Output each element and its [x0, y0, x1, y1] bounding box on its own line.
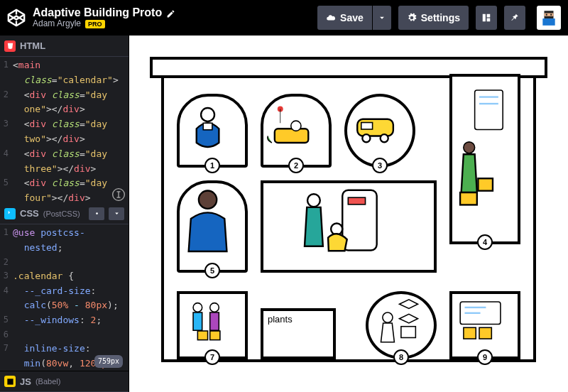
illustration-person-back [180, 183, 236, 258]
svg-rect-7 [542, 18, 555, 26]
svg-rect-30 [478, 178, 493, 190]
illustration-two-people-boxes [180, 294, 236, 348]
cloud-icon [326, 13, 336, 23]
illustration-sofa [263, 97, 320, 156]
svg-rect-2 [487, 18, 491, 22]
window-badge: 3 [372, 158, 388, 173]
svg-rect-23 [348, 197, 365, 205]
codepen-logo-icon [7, 9, 26, 27]
layout-button[interactable] [476, 6, 497, 30]
html-panel-header[interactable]: HTML [0, 36, 129, 57]
save-button[interactable]: Save [317, 6, 372, 30]
css-editor[interactable]: 1@use postcss- nested;23.calendar {4 --_… [0, 224, 129, 371]
svg-rect-39 [401, 327, 415, 338]
svg-point-38 [383, 312, 393, 322]
save-label: Save [340, 12, 364, 23]
svg-point-21 [199, 191, 217, 209]
css-settings-button[interactable] [89, 207, 104, 220]
window-7: 7 [177, 291, 248, 359]
svg-point-32 [193, 303, 202, 312]
author-name[interactable]: Adam Argyle [33, 19, 81, 29]
js-badge-icon [4, 376, 16, 387]
svg-rect-35 [210, 312, 219, 330]
svg-point-29 [464, 142, 475, 153]
svg-rect-12 [203, 123, 212, 129]
window-badge: 7 [204, 349, 220, 365]
svg-rect-18 [361, 123, 373, 129]
settings-label: Settings [421, 12, 460, 23]
app-header: Adaptive Building Proto Adam Argyle PRO … [0, 0, 568, 36]
width-badge: 759px [94, 355, 123, 368]
window-badge: 2 [288, 158, 304, 173]
html-editor[interactable]: 1<main class="calendar">2 <div class="da… [0, 57, 129, 203]
pro-badge: PRO [85, 20, 105, 28]
js-panel-sub: (Babel) [36, 377, 60, 386]
svg-rect-31 [460, 192, 477, 205]
chevron-down-icon [113, 209, 121, 217]
html-badge-icon [4, 40, 16, 52]
building-output: 1 2 3 [150, 57, 547, 392]
svg-rect-43 [464, 327, 476, 339]
js-panel-header[interactable]: JS (Babel) [0, 371, 129, 392]
layout-icon [481, 13, 491, 23]
svg-rect-5 [546, 14, 547, 16]
svg-point-16 [291, 121, 301, 131]
gear-icon [93, 209, 101, 217]
svg-rect-0 [483, 14, 486, 22]
illustration-isometric [368, 294, 425, 348]
svg-rect-15 [275, 129, 308, 143]
css-panel-header[interactable]: CSS (PostCSS) [0, 203, 129, 224]
settings-button[interactable]: Settings [398, 6, 469, 30]
pen-title[interactable]: Adaptive Building Proto [33, 6, 162, 19]
css-panel-sub: (PostCSS) [43, 209, 80, 218]
gear-icon [407, 13, 417, 23]
window-9: 9 [449, 291, 520, 359]
title-block: Adaptive Building Proto Adam Argyle PRO [33, 6, 175, 29]
svg-rect-37 [210, 331, 220, 340]
css-dropdown-button[interactable] [109, 207, 124, 220]
illustration-person-reading [180, 97, 236, 156]
edit-title-icon[interactable] [166, 9, 175, 18]
illustration-worker-boxes [452, 77, 508, 219]
building-row-2: 5 [177, 180, 520, 273]
plants-box: plants [261, 308, 336, 359]
svg-rect-36 [197, 331, 207, 340]
window-2: 2 [261, 94, 332, 168]
window-badge: 1 [204, 158, 220, 173]
illustration-phone-people [263, 183, 410, 258]
css-badge-icon [4, 208, 16, 219]
svg-rect-10 [7, 379, 13, 384]
svg-point-9 [96, 212, 98, 214]
svg-rect-4 [545, 13, 554, 16]
svg-rect-44 [479, 327, 491, 339]
window-5: 5 [177, 180, 248, 273]
window-badge: 4 [477, 234, 493, 250]
window-badge: 9 [477, 349, 493, 365]
pin-button[interactable] [504, 6, 525, 30]
pin-icon [510, 13, 520, 23]
window-badge: 8 [393, 349, 409, 365]
svg-point-19 [362, 134, 370, 142]
building-row-3: 7 plants 8 9 [177, 291, 520, 359]
editor-column: HTML 1<main class="calendar">2 <div clas… [0, 36, 129, 392]
window-badge: 5 [204, 263, 220, 278]
svg-point-11 [201, 108, 214, 121]
save-dropdown-button[interactable] [373, 6, 391, 30]
window-3: 3 [344, 94, 415, 168]
user-avatar[interactable] [537, 6, 561, 30]
window-center [261, 180, 437, 273]
svg-rect-1 [487, 14, 491, 18]
js-panel-title: JS [20, 376, 31, 387]
illustration-camper [347, 97, 403, 156]
chevron-down-icon [377, 13, 387, 23]
svg-rect-6 [550, 14, 552, 16]
window-1: 1 [177, 94, 248, 168]
svg-point-34 [210, 303, 219, 312]
html-panel-title: HTML [20, 40, 45, 51]
css-panel-title: CSS [20, 208, 39, 219]
svg-point-24 [307, 194, 320, 207]
save-button-group: Save [317, 6, 391, 30]
plants-label: plants [268, 314, 293, 325]
text-cursor-icon [111, 187, 126, 202]
svg-point-20 [381, 134, 388, 142]
